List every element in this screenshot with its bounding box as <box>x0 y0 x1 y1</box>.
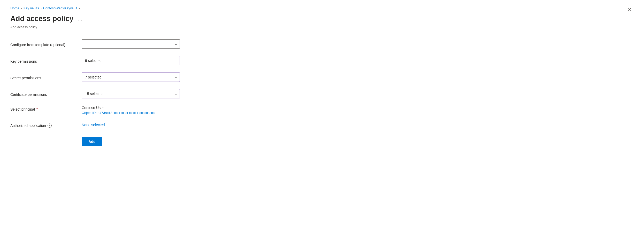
configure-template-label: Configure from template (optional) <box>10 41 78 47</box>
certificate-permissions-wrapper: 15 selected ⌄ <box>82 89 180 98</box>
page-title: Add access policy <box>10 14 73 23</box>
principal-object-id-link[interactable]: Object ID: b473ac13-xxxx-xxxx-xxxx-xxxxx… <box>82 111 180 115</box>
authorized-application-label: Authorized application i <box>10 122 78 128</box>
page-container: Home › Key vaults › ContosoWeb2Keyvault … <box>0 0 644 231</box>
add-button[interactable]: Add <box>82 137 102 146</box>
key-permissions-control: 9 selected ⌄ <box>82 56 180 65</box>
certificate-permissions-label: Certificate permissions <box>10 91 78 97</box>
actions-area: Add <box>82 137 180 146</box>
authorized-application-control: None selected <box>82 123 180 127</box>
required-indicator: * <box>36 107 38 111</box>
key-permissions-wrapper: 9 selected ⌄ <box>82 56 180 65</box>
actions-label-spacer <box>10 141 78 142</box>
configure-template-wrapper: Key Management Secret Management Certifi… <box>82 39 180 49</box>
key-permissions-label: Key permissions <box>10 58 78 63</box>
select-principal-label: Select principal * <box>10 106 78 111</box>
breadcrumb-separator-3: › <box>79 6 80 10</box>
certificate-permissions-row: Certificate permissions 15 selected ⌄ <box>10 89 217 98</box>
authorized-application-info-icon[interactable]: i <box>48 124 52 128</box>
breadcrumb-separator-1: › <box>21 6 22 10</box>
breadcrumb-separator-2: › <box>41 6 42 10</box>
secret-permissions-select[interactable]: 7 selected <box>82 73 180 82</box>
page-header: Add access policy ... <box>10 14 634 23</box>
breadcrumb-home[interactable]: Home <box>10 6 19 10</box>
form-container: Configure from template (optional) Key M… <box>10 39 217 146</box>
close-button[interactable]: ✕ <box>626 6 634 13</box>
configure-template-control: Key Management Secret Management Certifi… <box>82 39 180 49</box>
select-principal-row: Select principal * Contoso User Object I… <box>10 106 217 115</box>
page-subtitle: Add access policy <box>10 25 634 29</box>
secret-permissions-row: Secret permissions 7 selected ⌄ <box>10 73 217 82</box>
certificate-permissions-select[interactable]: 15 selected <box>82 89 180 98</box>
key-permissions-row: Key permissions 9 selected ⌄ <box>10 56 217 65</box>
key-permissions-select[interactable]: 9 selected <box>82 56 180 65</box>
secret-permissions-control: 7 selected ⌄ <box>82 73 180 82</box>
authorized-application-none-selected[interactable]: None selected <box>82 123 105 127</box>
more-options-button[interactable]: ... <box>76 16 83 22</box>
principal-info-area: Contoso User Object ID: b473ac13-xxxx-xx… <box>82 106 180 115</box>
certificate-permissions-control: 15 selected ⌄ <box>82 89 180 98</box>
breadcrumb-key-vaults[interactable]: Key vaults <box>24 6 39 10</box>
breadcrumb: Home › Key vaults › ContosoWeb2Keyvault … <box>10 6 634 10</box>
principal-name: Contoso User <box>82 106 180 110</box>
breadcrumb-keyvault[interactable]: ContosoWeb2Keyvault <box>43 6 77 10</box>
configure-template-select[interactable]: Key Management Secret Management Certifi… <box>82 39 180 49</box>
configure-template-row: Configure from template (optional) Key M… <box>10 39 217 49</box>
authorized-application-row: Authorized application i None selected <box>10 122 217 128</box>
secret-permissions-wrapper: 7 selected ⌄ <box>82 73 180 82</box>
secret-permissions-label: Secret permissions <box>10 74 78 80</box>
actions-row: Add <box>10 137 217 146</box>
